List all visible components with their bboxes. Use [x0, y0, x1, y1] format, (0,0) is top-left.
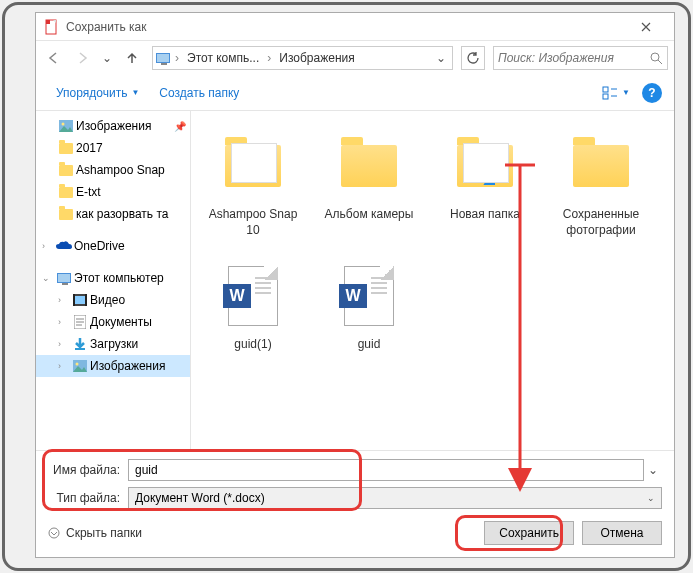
content-area: Изображения📌 2017 Ashampoo Snap E-txt ка…: [36, 111, 674, 450]
search-icon: [649, 51, 663, 65]
search-input[interactable]: [498, 51, 649, 65]
folder-tree[interactable]: Изображения📌 2017 Ashampoo Snap E-txt ка…: [36, 111, 191, 450]
monitor-icon: [155, 50, 171, 66]
download-icon: [72, 336, 88, 352]
organize-button[interactable]: Упорядочить▼: [48, 82, 147, 104]
filename-dropdown[interactable]: ⌄: [644, 463, 662, 477]
chevron-right-icon[interactable]: ›: [58, 361, 70, 371]
folder-icon: [566, 131, 636, 201]
toolbar: Упорядочить▼ Создать папку ▼ ?: [36, 75, 674, 111]
file-item-folder[interactable]: Новая папка: [431, 127, 539, 257]
filename-label: Имя файла:: [48, 463, 128, 477]
tree-item-thispc[interactable]: ⌄Этот компьютер: [36, 267, 190, 289]
svg-point-1: [651, 53, 659, 61]
tree-item-2017[interactable]: 2017: [36, 137, 190, 159]
history-dropdown[interactable]: ⌄: [98, 46, 116, 70]
folder-icon: [450, 131, 520, 201]
view-options-button[interactable]: ▼: [594, 82, 638, 104]
breadcrumb-part[interactable]: Изображения: [275, 51, 358, 65]
search-box[interactable]: [493, 46, 668, 70]
chevron-right-icon[interactable]: ›: [58, 295, 70, 305]
chevron-down-icon: ▼: [622, 88, 630, 97]
close-icon: [641, 22, 651, 32]
tree-item-video[interactable]: ›Видео: [36, 289, 190, 311]
svg-rect-8: [73, 294, 75, 306]
back-button[interactable]: [42, 46, 66, 70]
filename-input[interactable]: [128, 459, 644, 481]
onedrive-icon: [56, 238, 72, 254]
new-folder-button[interactable]: Создать папку: [151, 82, 247, 104]
save-as-dialog: Сохранить как ⌄ › Этот компь... › Изобра…: [35, 12, 675, 558]
hide-folders-button[interactable]: Скрыть папки: [48, 526, 142, 540]
up-button[interactable]: [120, 46, 144, 70]
action-row: Скрыть папки Сохранить Отмена: [48, 521, 662, 545]
tree-item-docs[interactable]: ›Документы: [36, 311, 190, 333]
help-button[interactable]: ?: [642, 83, 662, 103]
svg-rect-2: [603, 87, 608, 92]
chevron-right-icon[interactable]: ›: [42, 241, 54, 251]
chevron-down-icon[interactable]: ⌄: [432, 51, 450, 65]
folder-icon: [58, 206, 74, 222]
picture-icon: [72, 358, 88, 374]
monitor-icon: [56, 270, 72, 286]
tree-item-onedrive[interactable]: ›OneDrive: [36, 235, 190, 257]
tree-item-ashampoo[interactable]: Ashampoo Snap: [36, 159, 190, 181]
view-icon: [602, 86, 618, 100]
video-icon: [72, 292, 88, 308]
help-icon: ?: [648, 86, 655, 100]
breadcrumb[interactable]: › Этот компь... › Изображения ⌄: [152, 46, 453, 70]
svg-point-13: [259, 153, 265, 159]
chevron-down-icon: ⌄: [647, 493, 655, 503]
tree-item-etxt[interactable]: E-txt: [36, 181, 190, 203]
chevron-right-icon[interactable]: ›: [58, 317, 70, 327]
tree-item-pictures[interactable]: Изображения📌: [36, 115, 190, 137]
pin-icon: 📌: [174, 121, 186, 132]
tree-item-downloads[interactable]: ›Загрузки: [36, 333, 190, 355]
file-item-folder[interactable]: Сохраненные фотографии: [547, 127, 655, 257]
word-icon: W: [334, 261, 404, 331]
arrow-right-icon: [75, 51, 89, 65]
chevron-down-icon[interactable]: ⌄: [42, 273, 54, 283]
filename-row: Имя файла: ⌄: [48, 459, 662, 481]
folder-icon: [58, 162, 74, 178]
folder-icon: [334, 131, 404, 201]
bottom-panel: Имя файла: ⌄ Тип файла: Документ Word (*…: [36, 450, 674, 557]
document-icon: [72, 314, 88, 330]
file-item-document[interactable]: W guid: [315, 257, 423, 387]
cancel-button[interactable]: Отмена: [582, 521, 662, 545]
close-button[interactable]: [626, 14, 666, 40]
file-item-folder[interactable]: Ashampoo Snap 10: [199, 127, 307, 257]
file-item-folder[interactable]: Альбом камеры: [315, 127, 423, 257]
navigation-row: ⌄ › Этот компь... › Изображения ⌄: [36, 41, 674, 75]
chevron-down-icon: ⌄: [102, 51, 112, 65]
save-button[interactable]: Сохранить: [484, 521, 574, 545]
svg-rect-7: [75, 296, 85, 304]
svg-rect-3: [603, 94, 608, 99]
tree-item-images[interactable]: ›Изображения: [36, 355, 190, 377]
svg-point-5: [62, 123, 65, 126]
filetype-label: Тип файла:: [48, 491, 128, 505]
chevron-right-icon[interactable]: ›: [58, 339, 70, 349]
folder-icon: [58, 184, 74, 200]
svg-rect-9: [85, 294, 87, 306]
tree-item-razor[interactable]: как разорвать та: [36, 203, 190, 225]
breadcrumb-part[interactable]: Этот компь...: [183, 51, 263, 65]
arrow-up-icon: [125, 51, 139, 65]
word-icon: W: [218, 261, 288, 331]
svg-point-14: [49, 528, 59, 538]
forward-button[interactable]: [70, 46, 94, 70]
chevron-down-icon: [48, 527, 60, 539]
filetype-combo[interactable]: Документ Word (*.docx) ⌄: [128, 487, 662, 509]
chevron-right-icon: ›: [173, 51, 181, 65]
title-text: Сохранить как: [66, 20, 626, 34]
refresh-button[interactable]: [461, 46, 485, 70]
folder-icon: [58, 140, 74, 156]
refresh-icon: [466, 51, 480, 65]
chevron-right-icon: ›: [265, 51, 273, 65]
arrow-left-icon: [47, 51, 61, 65]
picture-icon: [58, 118, 74, 134]
file-item-document[interactable]: W guid(1): [199, 257, 307, 387]
chevron-down-icon: ▼: [131, 88, 139, 97]
file-list[interactable]: Ashampoo Snap 10 Альбом камеры Новая пап…: [191, 111, 674, 450]
svg-point-12: [76, 363, 79, 366]
